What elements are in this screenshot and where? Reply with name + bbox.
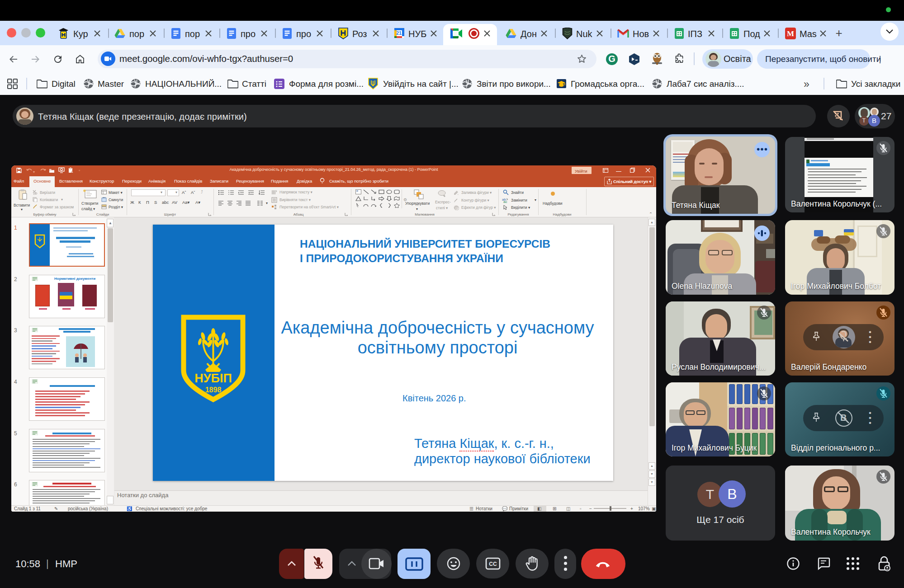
svg-text:1898: 1898 <box>205 386 222 394</box>
svg-text:M: M <box>787 29 794 38</box>
svg-text:21: 21 <box>396 30 402 36</box>
svg-text:CC: CC <box>489 561 497 567</box>
svg-text:НУБІП: НУБІП <box>194 372 232 385</box>
